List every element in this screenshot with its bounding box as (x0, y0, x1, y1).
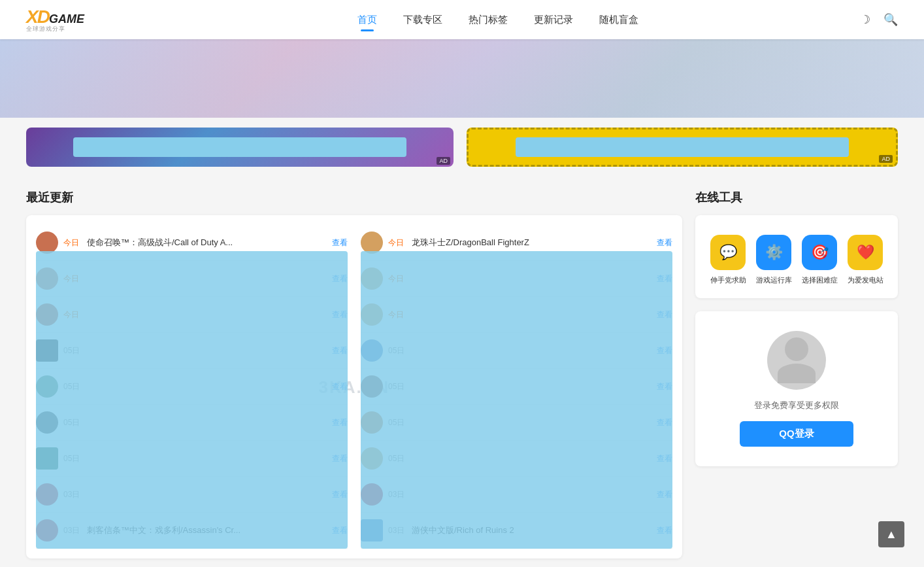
logo-xd: XD (26, 7, 49, 27)
tool-choice[interactable]: 🎯 选择困难症 (800, 235, 839, 285)
nav-changelog[interactable]: 更新记录 (534, 11, 573, 29)
content-right: 在线工具 💬 伸手党求助 ⚙️ 游戏运行库 🎯 选择困难症 ❤️ 为爱发电 (695, 190, 898, 558)
logo[interactable]: XDGAME 全球游戏分享 (26, 7, 84, 33)
tool-runtime-icon: ⚙️ (756, 235, 791, 270)
avatar-head (785, 337, 808, 361)
tool-donate[interactable]: ❤️ 为爱发电站 (846, 235, 885, 285)
search-icon[interactable]: 🔍 (883, 12, 898, 27)
ad-left-label: AD (437, 157, 450, 165)
qq-login-button[interactable]: QQ登录 (740, 421, 853, 447)
tools-panel: 💬 伸手党求助 ⚙️ 游戏运行库 🎯 选择困难症 ❤️ 为爱发电站 (695, 215, 898, 298)
ad-banner-left[interactable]: AD (26, 128, 454, 167)
nav: 首页 下载专区 热门标签 更新记录 随机盲盒 (137, 11, 860, 29)
update-date: 今日 (63, 237, 82, 249)
nav-download[interactable]: 下载专区 (403, 11, 442, 29)
login-panel: 登录免费享受更多权限 QQ登录 (695, 311, 898, 466)
theme-toggle-icon[interactable]: ☽ (860, 12, 870, 27)
update-action[interactable]: 查看 (332, 237, 348, 249)
logo-game: GAME (49, 12, 84, 26)
update-date: 今日 (388, 237, 406, 249)
updates-grid: 今日 使命召唤™：高级战斗/Call of Duty A... 查看 今日 查看… (36, 225, 672, 549)
nav-home[interactable]: 首页 (357, 11, 377, 29)
ad-right-content (516, 137, 849, 157)
tool-choice-label: 选择困难症 (802, 275, 838, 285)
scroll-to-top-button[interactable]: ▲ (878, 521, 904, 547)
nav-blindbox[interactable]: 随机盲盒 (599, 11, 638, 29)
hero-banner (0, 39, 924, 118)
ad-right-label: AD (879, 155, 893, 163)
tools-grid: 💬 伸手党求助 ⚙️ 游戏运行库 🎯 选择困难症 ❤️ 为爱发电站 (708, 235, 885, 285)
blur-overlay-right (361, 251, 672, 549)
header-icons: ☽ 🔍 (860, 12, 898, 27)
logo-sub: 全球游戏分享 (26, 25, 84, 33)
nav-tags[interactable]: 热门标签 (469, 11, 508, 29)
updates-col-right: 今日 龙珠斗士Z/DragonBall FighterZ 查看 今日 查看 今日 (361, 225, 672, 549)
online-tools-title: 在线工具 (695, 190, 898, 205)
header: XDGAME 全球游戏分享 首页 下载专区 热门标签 更新记录 随机盲盒 ☽ 🔍 (0, 0, 924, 39)
tool-runtime-label: 游戏运行库 (756, 275, 792, 285)
update-action[interactable]: 查看 (657, 237, 672, 249)
tool-help-icon: 💬 (710, 235, 746, 270)
update-title: 龙珠斗士Z/DragonBall FighterZ (412, 237, 582, 249)
scroll-top-icon: ▲ (885, 528, 897, 541)
avatar (361, 232, 383, 254)
updates-col-left: 今日 使命召唤™：高级战斗/Call of Duty A... 查看 今日 查看… (36, 225, 348, 549)
avatar (36, 232, 58, 254)
tool-runtime[interactable]: ⚙️ 游戏运行库 (754, 235, 793, 285)
updates-container: 3KA.CN 今日 使命召唤™：高级战斗/Call of Duty A... 查… (26, 215, 682, 558)
blur-overlay-left (36, 251, 348, 549)
tool-donate-label: 为爱发电站 (848, 275, 883, 285)
content-left: 最近更新 3KA.CN 今日 使命召唤™：高级战斗/Call of Duty A… (26, 190, 682, 558)
tool-choice-icon: 🎯 (802, 235, 837, 270)
ad-left-content (73, 137, 406, 157)
user-avatar (767, 331, 826, 390)
avatar-body (778, 364, 816, 383)
ad-banner-right[interactable]: AD (467, 128, 898, 167)
main-content: 最近更新 3KA.CN 今日 使命召唤™：高级战斗/Call of Duty A… (0, 177, 924, 567)
tool-donate-icon: ❤️ (848, 235, 883, 270)
update-title: 使命召唤™：高级战斗/Call of Duty A... (87, 237, 257, 249)
recent-updates-title: 最近更新 (26, 190, 682, 205)
tool-help[interactable]: 💬 伸手党求助 (708, 235, 748, 285)
login-prompt-text: 登录免费享受更多权限 (754, 400, 839, 411)
tool-help-label: 伸手党求助 (710, 275, 746, 285)
